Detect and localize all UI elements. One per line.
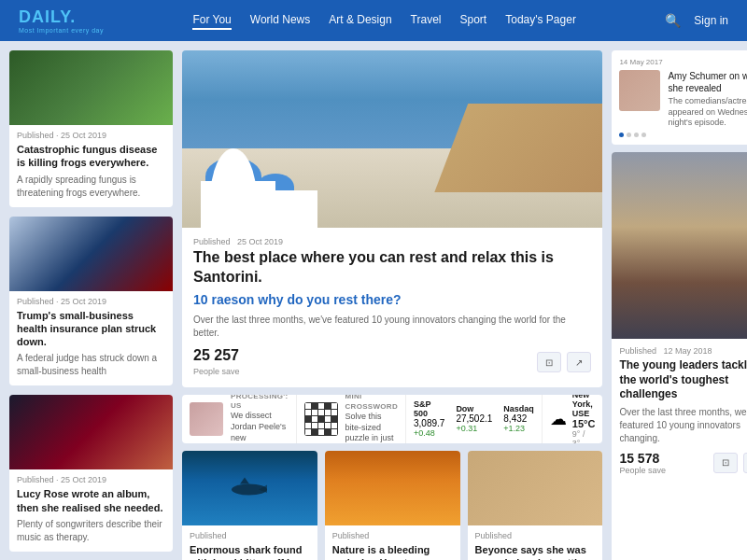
- right-sidebar: 14 May 2017 Amy Schumer on why she revea…: [612, 50, 747, 560]
- shark-title: Enormous shark found with head bitten of…: [190, 543, 310, 560]
- cw-12: [312, 416, 317, 422]
- nav-sport[interactable]: Sport: [460, 11, 487, 30]
- cw-1: [305, 403, 311, 409]
- cw-10: [331, 410, 337, 415]
- feature-actions: ⊡ ↗: [713, 453, 747, 473]
- crossword-label: The Daily Mini Crossword: [345, 395, 398, 412]
- podcast-thumb: [190, 402, 223, 436]
- feature-share-button[interactable]: ↗: [743, 453, 747, 473]
- trump-excerpt: A federal judge has struck down a small-…: [17, 352, 165, 378]
- crossword-thumb: [304, 402, 338, 436]
- podcast-ticker[interactable]: Listen to 'Still Processing': Us We diss…: [182, 395, 297, 443]
- dot-1[interactable]: [619, 133, 624, 137]
- nav-todays-pager[interactable]: Today's Pager: [505, 11, 576, 30]
- dot-2[interactable]: [627, 133, 631, 137]
- hero-card[interactable]: Published 25 Oct 2019 The best place whe…: [182, 50, 602, 387]
- cw-22: [312, 429, 317, 435]
- crossword-desc: Solve this bite-sized puzzle in just a f…: [345, 412, 398, 443]
- right-top-card[interactable]: 14 May 2017 Amy Schumer on why she revea…: [612, 50, 747, 145]
- nasdaq-name: Nasdaq: [503, 404, 534, 413]
- header: DAILY. Most Important every day For You …: [0, 0, 747, 41]
- feature-save-button[interactable]: ⊡: [713, 453, 738, 473]
- nav-world-news[interactable]: World News: [250, 11, 310, 30]
- cw-21: [305, 429, 311, 435]
- nature-card[interactable]: Published Nature is a bleeding emission …: [325, 451, 460, 560]
- hero-dome: [205, 158, 261, 195]
- weather-icon: ☁: [550, 409, 567, 429]
- sp500-name: S&P 500: [414, 399, 444, 418]
- cw-19: [325, 423, 331, 428]
- market-sp500: S&P 500 3,089.7 +0.48: [414, 399, 444, 438]
- lucy-title: Lucy Rose wrote an album, then she reali…: [17, 487, 165, 514]
- beyonce-image: [468, 451, 603, 525]
- weather-ticker: ☁ New York, USE 15°C 9° / 3°: [543, 395, 603, 443]
- cw-16: [305, 423, 311, 428]
- dot-3[interactable]: [634, 133, 639, 137]
- cw-7: [312, 410, 317, 415]
- shark-svg: [221, 476, 277, 499]
- weather-temp: 15°C: [572, 418, 596, 429]
- podcast-desc: We dissect Jordan Peele's new psychologi…: [231, 411, 289, 442]
- cw-9: [325, 410, 331, 415]
- hero-save-button[interactable]: ⊡: [537, 352, 561, 372]
- lucy-image: [9, 395, 173, 469]
- trump-published: Published · 25 Oct 2019: [17, 297, 165, 306]
- cw-2: [312, 403, 317, 409]
- weather-city: New York, USE: [572, 395, 596, 418]
- dot-4[interactable]: [641, 133, 646, 137]
- nav-travel[interactable]: Travel: [411, 11, 442, 30]
- right-feature-card[interactable]: Published 12 May 2018 The young leaders …: [612, 152, 747, 560]
- ticker-row: Listen to 'Still Processing': Us We diss…: [182, 395, 602, 443]
- feature-excerpt: Over the last three months, we've featur…: [619, 406, 747, 445]
- signin-button[interactable]: Sign in: [694, 14, 728, 27]
- feature-body: Published 12 May 2018 The young leaders …: [612, 339, 747, 483]
- hero-people-label: People save: [193, 367, 240, 376]
- trump-title: Trump's small-business health insurance …: [17, 309, 165, 349]
- cw-20: [331, 423, 337, 428]
- sidebar-article-frog[interactable]: Published · 25 Oct 2019 Catastrophic fun…: [9, 50, 173, 207]
- nature-title: Nature is a bleeding emission How to pro…: [332, 543, 453, 560]
- cw-5: [331, 403, 337, 409]
- frog-title: Catastrophic fungus disease is killing f…: [17, 143, 165, 170]
- hero-footer: 25 257 People save ⊡ ↗: [193, 347, 591, 378]
- lucy-content: Published · 25 Oct 2019 Lucy Rose wrote …: [9, 469, 173, 552]
- shark-published: Published: [190, 531, 310, 540]
- svg-marker-1: [240, 477, 249, 483]
- trump-content: Published · 25 Oct 2019 Trump's small-bu…: [9, 291, 173, 386]
- beyonce-title: Beyonce says she was overwhelmed at gett…: [475, 543, 596, 560]
- feature-date: 12 May 2018: [663, 346, 712, 356]
- frog-content: Published · 25 Oct 2019 Catastrophic fun…: [9, 125, 173, 207]
- right-mini-article: Amy Schumer on why she revealed The come…: [619, 70, 747, 129]
- bottom-cards: Published Enormous shark found with head…: [182, 451, 602, 560]
- cw-25: [331, 429, 337, 435]
- feature-count-label: People save: [619, 466, 666, 475]
- market-dow: Dow 27,502.1 +0.31: [456, 404, 492, 433]
- carousel-dots: [619, 133, 747, 137]
- header-right: 🔍 Sign in: [665, 13, 728, 29]
- feature-footer: 15 578 People save ⊡ ↗: [619, 451, 747, 475]
- logo[interactable]: DAILY. Most Important every day: [19, 7, 104, 34]
- left-sidebar: Published · 25 Oct 2019 Catastrophic fun…: [9, 50, 173, 560]
- search-icon[interactable]: 🔍: [665, 13, 681, 29]
- center-content: Published 25 Oct 2019 The best place whe…: [182, 50, 602, 560]
- frog-excerpt: A rapidly spreading fungus is threatenin…: [17, 174, 165, 200]
- crossword-ticker[interactable]: The Daily Mini Crossword Solve this bite…: [297, 395, 406, 443]
- cw-17: [312, 423, 317, 428]
- nav-for-you[interactable]: For You: [192, 11, 231, 30]
- shark-image: [182, 451, 317, 525]
- nature-body: Published Nature is a bleeding emission …: [325, 525, 460, 560]
- dow-name: Dow: [456, 404, 492, 413]
- nasdaq-val: 8,432: [503, 413, 534, 424]
- shark-body: Published Enormous shark found with head…: [182, 525, 317, 560]
- beyonce-card[interactable]: Published Beyonce says she was overwhelm…: [468, 451, 603, 560]
- weather-text: New York, USE 15°C 9° / 3°: [572, 395, 596, 443]
- logo-text: DAILY.: [19, 7, 76, 26]
- right-top-date: 14 May 2017: [619, 58, 747, 66]
- hero-share-button[interactable]: ↗: [567, 352, 591, 372]
- hero-date: 25 Oct 2019: [237, 237, 283, 246]
- nav-art-design[interactable]: Art & Design: [329, 11, 391, 30]
- feature-pub-text: Published: [619, 346, 656, 356]
- sidebar-article-trump[interactable]: Published · 25 Oct 2019 Trump's small-bu…: [9, 217, 173, 386]
- sidebar-article-lucy[interactable]: Published · 25 Oct 2019 Lucy Rose wrote …: [9, 395, 173, 552]
- shark-card[interactable]: Published Enormous shark found with head…: [182, 451, 317, 560]
